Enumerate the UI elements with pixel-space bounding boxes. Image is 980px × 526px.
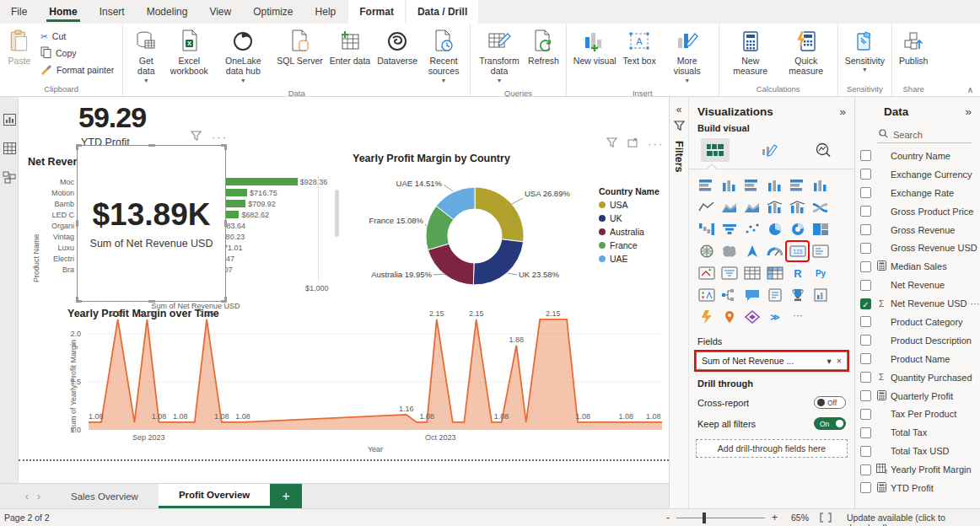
field-checkbox[interactable] bbox=[860, 206, 871, 217]
field-row-gross-product-price[interactable]: Gross Product Price bbox=[855, 202, 980, 221]
visual-more-visuals-icon[interactable]: ⋯ bbox=[787, 308, 808, 326]
collapse-ribbon-icon[interactable]: ∧ bbox=[967, 85, 973, 94]
tab-format[interactable]: Format bbox=[348, 0, 405, 24]
tab-file[interactable]: File bbox=[0, 0, 38, 24]
page-tab-sales-overview[interactable]: Sales Overview bbox=[51, 484, 159, 508]
field-checkbox[interactable] bbox=[860, 261, 871, 272]
new-visual-button[interactable]: New visual bbox=[570, 26, 620, 68]
cut-button[interactable]: ✂ Cut bbox=[37, 28, 117, 45]
field-row-gross-revenue[interactable]: Gross Revenue bbox=[855, 221, 980, 239]
visual-azure-map-icon[interactable] bbox=[741, 242, 762, 260]
more-options-icon[interactable]: ··· bbox=[648, 137, 664, 150]
copy-button[interactable]: Copy bbox=[37, 45, 117, 62]
data-search-box[interactable]: Search bbox=[877, 126, 972, 143]
text-box-button[interactable]: A Text box bbox=[620, 26, 660, 68]
tab-optimize[interactable]: Optimize bbox=[242, 0, 304, 24]
donut-slice-usa[interactable] bbox=[475, 187, 524, 242]
resize-handle[interactable] bbox=[224, 144, 227, 150]
visual-area-icon[interactable] bbox=[719, 198, 740, 217]
field-row-total-tax-usd[interactable]: Total Tax USD bbox=[855, 442, 980, 460]
field-row-gross-revenue-usd[interactable]: Gross Revenue USD bbox=[855, 239, 980, 257]
visual-python-icon[interactable]: Py bbox=[810, 264, 831, 282]
visual-gauge-icon[interactable] bbox=[764, 242, 785, 260]
field-checkbox[interactable] bbox=[860, 446, 871, 457]
field-row-product-category[interactable]: Product Category bbox=[855, 313, 980, 331]
field-checkbox[interactable] bbox=[860, 335, 871, 346]
new-measure-button[interactable]: New measure bbox=[723, 26, 778, 79]
visual-map-icon[interactable] bbox=[696, 242, 717, 260]
resize-handle[interactable] bbox=[224, 297, 227, 303]
field-row-product-name[interactable]: Product Name bbox=[855, 350, 980, 368]
refresh-button[interactable]: Refresh bbox=[525, 26, 563, 68]
more-options-icon[interactable]: ··· bbox=[212, 131, 228, 143]
field-row-country-name[interactable]: Country Name bbox=[855, 147, 980, 165]
area-line-chart[interactable]: 1.082.152.151.081.082.151.081.081.161.08… bbox=[89, 305, 662, 440]
donut-slice-uk[interactable] bbox=[473, 239, 523, 285]
field-checkbox[interactable] bbox=[860, 464, 871, 475]
visual-table-icon[interactable] bbox=[741, 264, 762, 282]
field-row-quarterly-profit[interactable]: Quarterly Profit bbox=[855, 387, 980, 405]
sensitivity-button[interactable]: Sensitivity▾ bbox=[842, 26, 888, 76]
visual-smart-narrative-icon[interactable] bbox=[764, 286, 785, 304]
model-view-icon[interactable] bbox=[0, 164, 19, 190]
add-drill-through-dropzone[interactable]: Add drill-through fields here bbox=[696, 439, 848, 458]
report-canvas[interactable]: 59.29 YTD Profit ··· Net Revenu Product … bbox=[19, 97, 669, 483]
visual-slicer-icon[interactable] bbox=[719, 264, 740, 282]
filter-icon[interactable] bbox=[606, 137, 617, 150]
cross-report-toggle[interactable]: Off bbox=[814, 396, 846, 409]
legend-item-uk[interactable]: UK bbox=[599, 212, 660, 225]
previous-page-icon[interactable]: ‹ bbox=[25, 491, 29, 502]
visual-matrix-icon[interactable] bbox=[764, 264, 785, 282]
visual-clustered-bar-icon[interactable] bbox=[741, 176, 762, 195]
focus-mode-icon[interactable] bbox=[627, 137, 638, 150]
field-row-exchange-currency[interactable]: Exchange Currency bbox=[855, 165, 980, 184]
onelake-data-hub-button[interactable]: OneLake data hub▾ bbox=[213, 26, 273, 87]
quick-measure-button[interactable]: Quick measure bbox=[778, 26, 834, 79]
page-tab-profit-overview[interactable]: Profit Overview bbox=[159, 484, 270, 508]
visual-line-stacked-column-icon[interactable] bbox=[764, 198, 785, 217]
visual-power-apps-icon[interactable] bbox=[696, 308, 717, 326]
legend-item-france[interactable]: France bbox=[599, 239, 660, 252]
visual-metrics-icon[interactable] bbox=[787, 286, 808, 304]
resize-handle[interactable] bbox=[76, 297, 78, 303]
field-row-net-revenue[interactable]: Net Revenue bbox=[855, 276, 980, 294]
field-checkbox[interactable] bbox=[860, 280, 871, 291]
visual-qa-icon[interactable] bbox=[741, 286, 762, 304]
visual-pie-icon[interactable] bbox=[764, 220, 785, 239]
legend-item-uae[interactable]: UAE bbox=[599, 252, 660, 266]
fit-to-page-icon[interactable] bbox=[820, 513, 832, 524]
field-checkbox[interactable]: ✓ bbox=[860, 298, 871, 309]
resize-handle[interactable] bbox=[224, 220, 227, 227]
sql-server-button[interactable]: SQL Server bbox=[273, 26, 326, 68]
field-checkbox[interactable] bbox=[860, 169, 871, 180]
build-visual-tab[interactable] bbox=[701, 138, 730, 162]
publish-button[interactable]: Publish bbox=[896, 26, 931, 68]
visual-ribbon-icon[interactable] bbox=[810, 198, 831, 217]
next-page-icon[interactable]: › bbox=[37, 491, 40, 502]
tab-insert[interactable]: Insert bbox=[89, 0, 136, 24]
visual-waterfall-icon[interactable] bbox=[696, 220, 717, 239]
zoom-slider-track[interactable] bbox=[676, 518, 765, 518]
visual-line-clustered-column-icon[interactable] bbox=[787, 198, 808, 217]
visual-scatter-icon[interactable] bbox=[741, 220, 762, 239]
donut-slice-australia[interactable] bbox=[428, 244, 474, 285]
field-well-pill[interactable]: Sum of Net Revenue ... ▾ × bbox=[696, 352, 848, 370]
field-checkbox[interactable] bbox=[860, 150, 871, 161]
field-row-median-sales[interactable]: Median Sales bbox=[855, 257, 980, 276]
donut-chart[interactable]: USA 26.89%UK 23.58%Australia 19.95%Franc… bbox=[331, 137, 588, 287]
update-available-link[interactable]: Update available (click to download) bbox=[847, 513, 980, 526]
visual-filled-map-icon[interactable] bbox=[719, 242, 740, 260]
field-checkbox[interactable] bbox=[860, 482, 871, 493]
remove-field-icon[interactable]: × bbox=[837, 356, 842, 366]
visual-card-icon[interactable]: 123 bbox=[787, 242, 808, 260]
visual-stacked-column-icon[interactable] bbox=[719, 176, 740, 195]
visual-pct-stacked-column-icon[interactable] bbox=[810, 176, 831, 195]
visual-pct-stacked-bar-icon[interactable] bbox=[787, 176, 808, 195]
visual-arcgis-map-icon[interactable] bbox=[719, 308, 740, 326]
visual-stacked-area-icon[interactable] bbox=[741, 198, 762, 217]
visual-stacked-bar-icon[interactable] bbox=[696, 176, 717, 195]
field-more-options-icon[interactable]: ⋯ bbox=[971, 298, 980, 309]
visual-multi-row-card-icon[interactable] bbox=[810, 242, 831, 260]
field-row-quantity-purchased[interactable]: ΣQuantity Purchased bbox=[855, 368, 980, 387]
table-view-icon[interactable] bbox=[0, 136, 19, 161]
